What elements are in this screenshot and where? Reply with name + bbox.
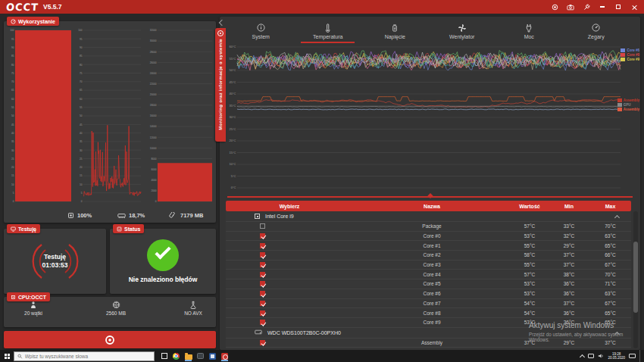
sensor-row[interactable]: Core #553°C36°C71°C — [226, 279, 631, 289]
svg-text:4000: 4000 — [151, 179, 156, 182]
sensor-row[interactable]: Core #053°C32°C63°C — [226, 232, 631, 242]
sensor-checkbox[interactable] — [260, 291, 265, 296]
sensor-checkbox[interactable] — [260, 272, 265, 277]
table-scrollbar[interactable] — [633, 211, 638, 348]
monitoring-ribbon-label: Monitoring oraz informacje o systemie — [218, 39, 223, 130]
sensor-checkbox[interactable] — [260, 281, 265, 286]
sensor-name: Core #9 — [353, 320, 511, 325]
sensor-min: 36°C — [549, 291, 589, 296]
sensor-checkbox[interactable] — [260, 301, 265, 306]
tray-clock[interactable]: 19:28 20.05.2020 — [608, 352, 625, 360]
tab-moc[interactable]: Moc — [496, 19, 563, 43]
tab-zegary[interactable]: Zegary — [563, 19, 630, 43]
collapse-chevron-icon[interactable] — [614, 332, 620, 337]
timeline-marker[interactable] — [427, 193, 433, 198]
sensor-row[interactable]: Package57°C33°C70°C — [226, 222, 631, 232]
legend-label: GPU — [624, 103, 631, 107]
sensor-row[interactable]: Core #653°C36°C63°C — [226, 289, 631, 299]
thermometer-icon — [324, 23, 333, 33]
chrome-icon[interactable] — [172, 351, 180, 361]
group-name: WDC WDS100T2B0C-00PXH0 — [267, 330, 341, 335]
sensor-row[interactable]: Assembly37°C29°C37°C — [226, 339, 631, 348]
sensor-checkbox[interactable] — [260, 243, 265, 248]
search-input[interactable] — [25, 354, 151, 359]
monitoring-icon — [217, 30, 224, 36]
tab-label: Napięcie — [385, 34, 405, 39]
svg-text:6000: 6000 — [151, 168, 156, 171]
settings-wrench-icon[interactable] — [583, 3, 590, 11]
svg-text:18000: 18000 — [150, 104, 157, 107]
svg-text:30°C: 30°C — [230, 115, 236, 119]
sensor-value: 37°C — [511, 340, 549, 345]
svg-text:16000: 16000 — [150, 114, 157, 117]
checkbox-cell — [226, 320, 353, 325]
sensor-max: 70°C — [589, 223, 631, 229]
stop-test-button[interactable] — [4, 331, 216, 348]
collapse-chevron-icon[interactable] — [614, 215, 620, 220]
table-scrollbar-thumb[interactable] — [633, 242, 638, 313]
svg-text:40: 40 — [80, 132, 83, 135]
tab-wentylator[interactable]: Wentylator — [429, 19, 496, 43]
sensor-row[interactable]: Core #953°C36°C65°C — [226, 318, 631, 328]
sensor-checkbox[interactable] — [260, 223, 265, 229]
voltage-icon — [390, 23, 399, 33]
sensor-row[interactable]: Core #854°C36°C65°C — [226, 308, 631, 318]
sensor-checkbox[interactable] — [260, 320, 265, 325]
ram-usage-value: 18,7% — [129, 212, 145, 219]
sensor-checkbox[interactable] — [260, 233, 265, 239]
sensor-table-header: WybierzNazwaWartośćMinMax — [226, 201, 631, 211]
sensor-checkbox[interactable] — [260, 311, 265, 316]
search-icon — [17, 354, 23, 359]
show-desktop-button[interactable] — [639, 350, 642, 362]
screenshot-icon[interactable] — [567, 3, 574, 11]
sensor-max: 65°C — [589, 311, 631, 316]
tab-label: Moc — [524, 34, 534, 39]
tab-temperatura[interactable]: Temperatura — [295, 19, 362, 43]
monitoring-ribbon-tab[interactable]: Monitoring oraz informacje o systemie — [215, 28, 226, 142]
network-icon[interactable] — [588, 354, 594, 358]
sensor-row[interactable]: Core #457°C38°C70°C — [226, 270, 631, 279]
minimize-button[interactable] — [599, 3, 606, 11]
svg-text:32000: 32000 — [150, 29, 157, 32]
tray-expand-icon[interactable] — [580, 354, 584, 359]
svg-text:22000: 22000 — [150, 83, 157, 86]
tab-system[interactable]: System — [227, 19, 295, 43]
tab-napięcie[interactable]: Napięcie — [361, 19, 429, 43]
legend-label: Assembly — [624, 108, 639, 111]
chart-timeline-scrollbar[interactable] — [227, 193, 633, 199]
sensor-name: Core #5 — [353, 281, 511, 286]
window-controls — [551, 3, 638, 11]
dark-app-icon[interactable] — [196, 351, 205, 361]
table-group-row[interactable]: WDC WDS100T2B0C-00PXH0 — [226, 328, 631, 339]
sensor-max: 63°C — [589, 233, 631, 239]
touch-keyboard-icon[interactable] — [629, 354, 636, 358]
checkbox-cell — [226, 281, 353, 286]
svg-text:80: 80 — [80, 64, 83, 67]
sensor-row[interactable]: Core #258°C37°C66°C — [226, 251, 631, 261]
svg-text:25: 25 — [80, 158, 83, 161]
taskbar-search[interactable] — [14, 351, 155, 361]
volume-icon[interactable] — [598, 353, 604, 359]
table-group-row[interactable]: Intel Core i9 — [226, 211, 631, 222]
ram-icon — [117, 213, 126, 219]
sensor-row[interactable]: Core #155°C29°C65°C — [226, 241, 631, 251]
task-view-button[interactable] — [160, 351, 168, 361]
record-icon[interactable] — [551, 3, 558, 11]
close-button[interactable] — [630, 3, 638, 11]
svg-text:60: 60 — [11, 98, 14, 101]
sensor-row[interactable]: Core #754°C37°C67°C — [226, 299, 631, 309]
occt-taskbar-icon[interactable] — [220, 351, 229, 361]
sensor-row[interactable]: Core #355°C37°C67°C — [226, 261, 631, 270]
sensor-checkbox[interactable] — [260, 340, 265, 345]
sensor-max: 70°C — [589, 272, 631, 277]
file-explorer-icon[interactable] — [184, 351, 192, 361]
info-icon — [256, 23, 265, 33]
sensor-checkbox[interactable] — [260, 262, 265, 267]
group-checkbox[interactable] — [255, 214, 260, 219]
sensor-checkbox[interactable] — [260, 252, 265, 257]
maximize-button[interactable] — [614, 3, 622, 11]
start-button[interactable] — [0, 350, 14, 362]
svg-text:15: 15 — [80, 174, 83, 177]
sensor-value: 57°C — [511, 223, 549, 229]
blue-app-icon[interactable] — [208, 351, 217, 361]
